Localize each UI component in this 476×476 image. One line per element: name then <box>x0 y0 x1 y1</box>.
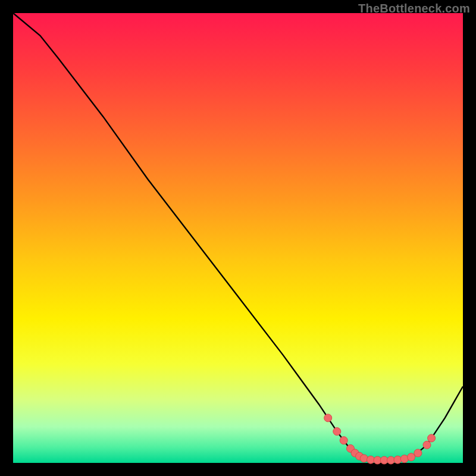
marker-point <box>333 428 341 436</box>
marker-point <box>360 455 368 462</box>
marker-point <box>408 453 415 461</box>
marker-point <box>423 441 431 449</box>
marker-point <box>340 437 347 444</box>
marker-point <box>428 434 436 442</box>
curve-line <box>13 13 463 461</box>
chart-stage: TheBottleneck.com <box>0 0 476 476</box>
curve-markers <box>324 414 436 464</box>
curve-layer <box>13 13 463 463</box>
marker-point <box>414 449 422 457</box>
marker-point <box>324 414 332 422</box>
marker-point <box>400 455 408 463</box>
plot-area <box>13 13 463 463</box>
